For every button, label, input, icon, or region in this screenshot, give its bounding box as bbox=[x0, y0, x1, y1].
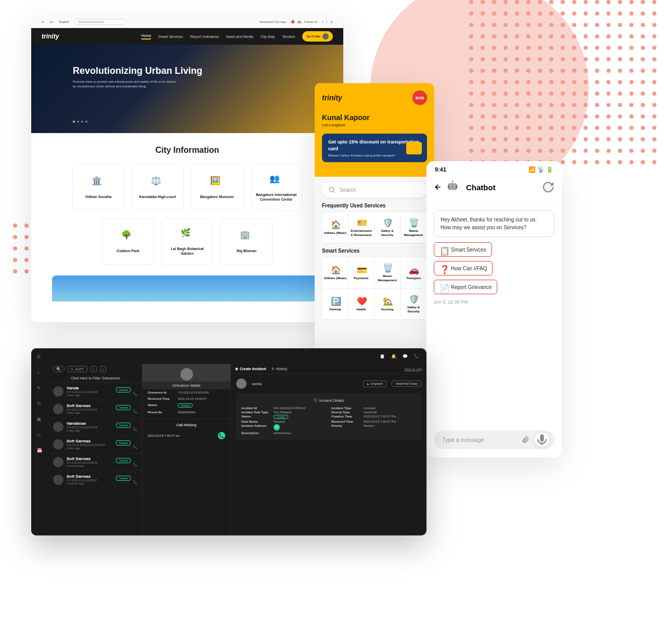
chat-input[interactable]: Type a message bbox=[434, 430, 554, 449]
message-timestamp: Jun 5, 12:30 PM bbox=[434, 299, 554, 305]
home-icon[interactable]: ⌂ bbox=[37, 370, 43, 376]
facebook-icon[interactable]: f bbox=[322, 20, 324, 23]
incident-kv: PriorityMedium bbox=[331, 424, 416, 430]
incident-key: Description bbox=[241, 431, 274, 435]
card-icon[interactable]: ▭ bbox=[37, 433, 43, 439]
grid-icon[interactable]: ▦ bbox=[37, 417, 43, 423]
mic-button[interactable] bbox=[535, 433, 549, 447]
calendar-icon[interactable]: 📅 bbox=[37, 448, 43, 454]
view-on-map-link[interactable]: View on map bbox=[404, 368, 422, 371]
tile-parking[interactable]: 🅿️Parking bbox=[322, 289, 348, 320]
list-item[interactable]: Sofi Sarmas GV-20211112-000963 a month a… bbox=[49, 453, 142, 471]
tile-waste[interactable]: 🗑️Waste Management bbox=[400, 212, 427, 243]
phone-icon[interactable]: 📞 bbox=[133, 480, 138, 484]
tile-health[interactable]: ❤️Health bbox=[348, 289, 374, 320]
tile-entertainment[interactable]: 🎫Entertainment & Restaurants bbox=[348, 212, 374, 243]
phone-icon[interactable]: 📞 bbox=[414, 354, 419, 359]
tile-transport[interactable]: 🚗Transport bbox=[400, 257, 427, 289]
signal-icon: 📶 bbox=[528, 166, 536, 173]
incident-kv: Incident TypeAccident bbox=[331, 407, 416, 410]
avatar bbox=[53, 439, 63, 450]
nav-tenders[interactable]: Tenders bbox=[282, 35, 295, 38]
sos-button[interactable]: SOS bbox=[412, 90, 427, 105]
dispatch-button[interactable]: ➤Dispatch bbox=[363, 381, 386, 387]
call-time: 2021/12/13 7:02:07 pm bbox=[148, 434, 180, 437]
filter-title[interactable]: Click Here to Filter Grievances bbox=[49, 374, 142, 383]
received-label: Received Time bbox=[148, 397, 178, 400]
list-item[interactable]: Sofi Sarmas GV-20211213-001030 a day ago… bbox=[49, 400, 142, 418]
phone-icon[interactable]: 📞 bbox=[133, 463, 138, 467]
edit-icon[interactable]: ✎ bbox=[37, 386, 43, 392]
card-rajbhavan[interactable]: 🏢Raj Bhavan bbox=[221, 218, 273, 265]
profile-button[interactable]: My Profile bbox=[302, 31, 333, 42]
clipboard-icon[interactable]: 📋 bbox=[380, 354, 385, 359]
details-title: Grievance details bbox=[143, 382, 230, 389]
promo-subtitle: Reduce Carbon Emission using public tran… bbox=[328, 154, 421, 157]
tab-history[interactable]: ↻History bbox=[272, 367, 288, 371]
trinity-logo[interactable]: trinity bbox=[42, 33, 59, 40]
hero-title: Revolutionizing Urban Living bbox=[73, 65, 302, 76]
phone-icon[interactable]: 📞 bbox=[133, 445, 138, 449]
promo-card[interactable]: Get upto 15% discount on transportation … bbox=[322, 134, 427, 162]
attachment-icon[interactable] bbox=[521, 436, 529, 444]
nav-citymap[interactable]: City Map bbox=[261, 35, 275, 38]
website-search-input[interactable]: Search Entire Website bbox=[74, 19, 126, 25]
tile-utilities[interactable]: 🏠Utilities (Meter) bbox=[322, 212, 348, 243]
carousel-dots[interactable] bbox=[73, 121, 87, 123]
call-button[interactable]: 📞 bbox=[218, 432, 225, 439]
language-selector[interactable]: English bbox=[59, 20, 70, 23]
chip-smart-services[interactable]: 📋Smart Services bbox=[434, 242, 492, 257]
list-item[interactable]: Sofi Sarmas GV-SOS-20211212-000594 a day… bbox=[49, 436, 142, 453]
list-item[interactable]: Sofi Sarmas GV-20211112-000967 a month a… bbox=[49, 471, 142, 489]
website-topbar: A- A+ English Search Entire Website Down… bbox=[31, 16, 343, 28]
phone-icon[interactable]: 📞 bbox=[133, 410, 138, 414]
mobile-search[interactable]: Search bbox=[322, 182, 427, 198]
tile-housing[interactable]: 🏡Housing bbox=[374, 289, 400, 320]
notes-button[interactable]: View/Add Notes bbox=[392, 381, 421, 387]
card-museum[interactable]: 🖼️Bangalore Museum bbox=[191, 164, 243, 211]
tab-create-incident[interactable]: ⊕Create Incident bbox=[235, 367, 266, 371]
tile-safety2[interactable]: 🛡️Safety & Security bbox=[400, 289, 427, 320]
android-icon[interactable]: 🤖 bbox=[298, 20, 301, 23]
font-minus[interactable]: A- bbox=[42, 20, 45, 23]
card-convention[interactable]: 👥Bangalore International Convention Cent… bbox=[250, 164, 302, 211]
nav-news[interactable]: News and Media bbox=[226, 35, 253, 38]
instagram-icon[interactable]: ◎ bbox=[330, 20, 333, 23]
list-item[interactable]: Vanda GV-20211213-001029 a day ago Creat… bbox=[49, 383, 142, 400]
prev-page[interactable]: ‹ bbox=[91, 366, 97, 372]
tile-waste2[interactable]: 🗑️Waste Management bbox=[374, 257, 400, 289]
tile-utilities2[interactable]: 🏠Utilities (Meter) bbox=[322, 257, 348, 289]
nav-home[interactable]: Home bbox=[141, 34, 151, 40]
nav-report[interactable]: Report Grievance bbox=[190, 35, 219, 38]
next-page[interactable]: › bbox=[100, 366, 106, 372]
incident-kv: Dept NameHospital bbox=[241, 420, 326, 423]
card-lalbagh[interactable]: 🌿Lal Bagh Botanical Garden bbox=[161, 218, 213, 265]
menu-icon[interactable]: ☰ bbox=[37, 355, 43, 361]
clock-icon[interactable]: ⏱ bbox=[37, 401, 43, 408]
apple-icon[interactable]: 🍎 bbox=[291, 20, 294, 23]
hero-subtitle: Promote cities to provide core infrastru… bbox=[73, 80, 177, 89]
phone-status-bar: 9:41 📶📡🔋 bbox=[427, 161, 562, 176]
refresh-button[interactable] bbox=[542, 181, 554, 193]
back-icon[interactable] bbox=[434, 183, 442, 191]
card-vidhan-soudha[interactable]: 🏛️Vidhan Soudha bbox=[72, 164, 124, 211]
phone-icon[interactable]: 📞 bbox=[133, 427, 138, 431]
incident-details-title: ⓘIncident Details bbox=[239, 396, 418, 404]
trash-icon: 🗑️ bbox=[383, 263, 392, 272]
bell-icon[interactable]: 🔔 bbox=[391, 354, 396, 359]
card-highcourt[interactable]: ⚖️Karnataka High-court bbox=[132, 164, 184, 211]
chat-icon[interactable]: 💬 bbox=[403, 354, 408, 359]
tile-payments[interactable]: 💳Payments bbox=[348, 257, 374, 289]
font-plus[interactable]: A+ bbox=[50, 20, 54, 23]
nav-smart-services[interactable]: Smart Services bbox=[158, 35, 183, 38]
phone-icon[interactable]: 📞 bbox=[133, 392, 138, 396]
chip-faq[interactable]: ❓How Can I/FAQ bbox=[434, 261, 493, 276]
twitter-icon[interactable]: t bbox=[326, 20, 327, 23]
tile-safety[interactable]: 🛡️Safety & Security bbox=[374, 212, 400, 243]
card-cubbon-park[interactable]: 🌳Cubbon Park bbox=[102, 218, 154, 265]
mobile-logo[interactable]: trinity bbox=[322, 94, 342, 102]
wifi-icon: 📡 bbox=[537, 166, 545, 173]
chip-report[interactable]: 📄Report Grievance bbox=[434, 280, 497, 294]
list-item[interactable]: Vandanae GV-20211213-001028 a day ago Cr… bbox=[49, 418, 142, 436]
search-pill[interactable]: 🔍 bbox=[53, 366, 64, 372]
